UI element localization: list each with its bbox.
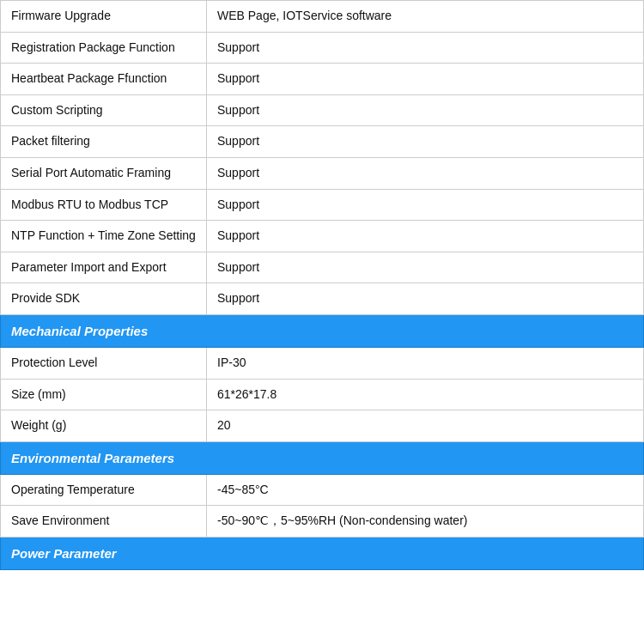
- section-header-cell: Environmental Parameters: [1, 441, 644, 474]
- feature-value: Support: [207, 64, 644, 95]
- feature-value: Support: [207, 221, 644, 252]
- feature-label: Parameter Import and Export: [1, 252, 207, 283]
- feature-label: Provide SDK: [1, 283, 207, 315]
- feature-label: Firmware Upgrade: [1, 1, 207, 33]
- feature-value: Support: [207, 157, 644, 189]
- feature-value: 20: [207, 410, 644, 442]
- feature-value: IP-30: [207, 347, 644, 379]
- feature-value: Support: [207, 126, 644, 158]
- feature-value: -45~85°C: [207, 474, 644, 506]
- feature-value: Support: [207, 252, 644, 283]
- feature-label: Registration Package Function: [1, 32, 207, 64]
- section-header-cell: Mechanical Properties: [1, 314, 644, 347]
- specs-table: Firmware UpgradeWEB Page, IOTService sof…: [0, 0, 644, 570]
- feature-value: Support: [207, 283, 644, 315]
- feature-value: Support: [207, 32, 644, 64]
- feature-value: -50~90℃，5~95%RH (Non-condensing water): [207, 506, 644, 538]
- feature-label: Protection Level: [1, 347, 207, 379]
- feature-value: Support: [207, 189, 644, 221]
- feature-label: NTP Function + Time Zone Setting: [1, 221, 207, 252]
- feature-value: Support: [207, 94, 644, 126]
- feature-label: Custom Scripting: [1, 94, 207, 126]
- feature-label: Heartbeat Package Ffunction: [1, 64, 207, 95]
- feature-label: Modbus RTU to Modbus TCP: [1, 189, 207, 221]
- feature-label: Serial Port Automatic Framing: [1, 157, 207, 189]
- feature-value: 61*26*17.8: [207, 379, 644, 410]
- feature-label: Operating Temperature: [1, 474, 207, 506]
- section-header-cell: Power Parameter: [1, 537, 644, 569]
- feature-label: Save Environment: [1, 506, 207, 538]
- feature-label: Size (mm): [1, 379, 207, 410]
- feature-value: WEB Page, IOTService software: [207, 1, 644, 33]
- feature-label: Weight (g): [1, 410, 207, 442]
- feature-label: Packet filtering: [1, 126, 207, 158]
